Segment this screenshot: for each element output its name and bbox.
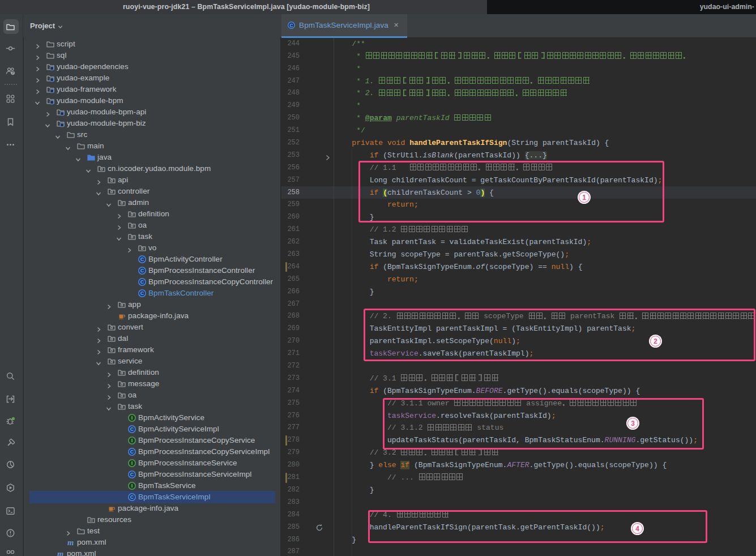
svg-text:C: C: [140, 268, 144, 273]
svg-text:m: m: [57, 549, 63, 556]
svg-text:I: I: [131, 415, 133, 421]
svg-text:C: C: [140, 290, 144, 296]
svg-text:m: m: [67, 538, 74, 547]
svg-text:C: C: [140, 256, 144, 262]
svg-text:C: C: [140, 279, 144, 285]
svg-text:I: I: [131, 483, 133, 489]
svg-text:I: I: [131, 460, 133, 466]
svg-text:C: C: [130, 472, 134, 477]
svg-text:C: C: [290, 23, 293, 28]
svg-text:C: C: [130, 426, 134, 432]
svg-text:C: C: [130, 449, 134, 455]
svg-text:I: I: [131, 438, 133, 443]
svg-text:C: C: [130, 494, 134, 500]
svg-text:?: ?: [12, 71, 14, 75]
